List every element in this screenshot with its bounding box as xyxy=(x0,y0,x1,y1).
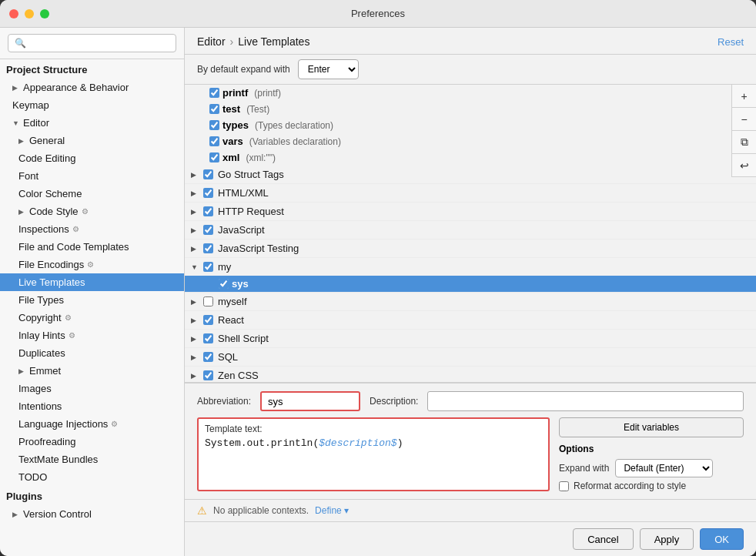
cancel-button[interactable]: Cancel xyxy=(573,528,633,550)
sidebar-item-images[interactable]: Images xyxy=(0,380,184,397)
sidebar-item-todo[interactable]: TODO xyxy=(0,468,184,486)
template-item-sys[interactable]: sys xyxy=(185,276,756,292)
sidebar-label: Project Structure xyxy=(6,64,87,75)
settings-icon: ⚙ xyxy=(72,225,79,233)
template-item-types[interactable]: types (Types declaration) xyxy=(185,117,756,133)
group-header-zen-css[interactable]: ▶ Zen CSS xyxy=(185,367,756,383)
printf-checkbox[interactable] xyxy=(209,88,219,98)
sidebar-item-file-code-templates[interactable]: File and Code Templates xyxy=(0,238,184,256)
sidebar-item-language-injections[interactable]: Language Injections ⚙ xyxy=(0,415,184,433)
chevron-right-icon: ▶ xyxy=(191,372,200,380)
description-input[interactable] xyxy=(427,391,744,411)
shell-script-checkbox[interactable] xyxy=(203,333,213,343)
types-checkbox[interactable] xyxy=(209,120,219,130)
sidebar-label: Appearance & Behavior xyxy=(23,82,129,93)
sidebar-label: File and Code Templates xyxy=(18,241,129,253)
sidebar-item-file-types[interactable]: File Types xyxy=(0,291,184,309)
sidebar-item-keymap[interactable]: Keymap xyxy=(0,96,184,114)
template-item-xml[interactable]: xml (xml:"") xyxy=(185,149,756,166)
template-item-printf[interactable]: printf (printf) xyxy=(185,85,756,101)
template-item-vars[interactable]: vars (Variables declaration) xyxy=(185,133,756,149)
edit-variables-button[interactable]: Edit variables xyxy=(559,417,744,437)
template-text-content[interactable]: System.out.println($description$) xyxy=(205,437,542,465)
test-checkbox[interactable] xyxy=(209,104,219,114)
template-item-test[interactable]: test (Test) xyxy=(185,101,756,117)
abbreviation-input[interactable] xyxy=(260,391,360,411)
template-text-box: Template text: System.out.println($descr… xyxy=(197,417,550,491)
sidebar-item-duplicates[interactable]: Duplicates xyxy=(0,344,184,362)
sys-checkbox[interactable] xyxy=(219,279,229,289)
group-header-my[interactable]: ▼ my xyxy=(185,258,756,276)
sidebar-item-emmet[interactable]: ▶ Emmet xyxy=(0,362,184,380)
sidebar-item-intentions[interactable]: Intentions xyxy=(0,397,184,415)
javascript-checkbox[interactable] xyxy=(203,225,213,235)
window-controls xyxy=(9,9,49,18)
sidebar-item-file-encodings[interactable]: File Encodings ⚙ xyxy=(0,256,184,273)
expand-with-select[interactable]: Default (Enter) xyxy=(615,459,713,477)
vars-checkbox[interactable] xyxy=(209,136,219,146)
javascript-testing-checkbox[interactable] xyxy=(203,243,213,253)
abbreviation-label: Abbreviation: xyxy=(197,396,251,407)
breadcrumb: Editor › Live Templates xyxy=(197,35,309,48)
sidebar-item-inlay-hints[interactable]: Inlay Hints ⚙ xyxy=(0,327,184,344)
add-button[interactable]: + xyxy=(732,85,756,108)
group-header-javascript-testing[interactable]: ▶ JavaScript Testing xyxy=(185,239,756,257)
sidebar-item-textmate-bundles[interactable]: TextMate Bundles xyxy=(0,450,184,468)
my-checkbox[interactable] xyxy=(203,262,213,272)
remove-button[interactable]: − xyxy=(732,108,756,131)
define-link[interactable]: Define ▾ xyxy=(315,505,349,516)
sidebar-item-general[interactable]: ▶ General xyxy=(0,132,184,149)
sidebar-item-version-control[interactable]: ▶ Version Control xyxy=(0,505,184,523)
sidebar-item-appearance-behavior[interactable]: ▶ Appearance & Behavior xyxy=(0,79,184,96)
close-button[interactable] xyxy=(9,9,18,18)
breadcrumb-parent: Editor xyxy=(197,35,226,48)
maximize-button[interactable] xyxy=(40,9,49,18)
group-zen-css: ▶ Zen CSS xyxy=(185,367,756,383)
group-header-html-xml[interactable]: ▶ HTML/XML xyxy=(185,184,756,202)
sidebar-label: Copyright xyxy=(18,312,62,323)
sidebar-item-project-structure[interactable]: Project Structure xyxy=(0,61,184,79)
sidebar-item-plugins[interactable]: Plugins xyxy=(0,487,184,505)
group-header-http-request[interactable]: ▶ HTTP Request xyxy=(185,203,756,220)
chevron-right-icon: ▶ xyxy=(12,511,20,518)
chevron-right-icon: ▶ xyxy=(191,353,200,361)
group-header-shell-script[interactable]: ▶ Shell Script xyxy=(185,330,756,347)
undo-button[interactable]: ↩ xyxy=(732,154,756,177)
search-input[interactable] xyxy=(8,34,176,52)
reset-link[interactable]: Reset xyxy=(718,36,744,48)
sidebar-item-editor[interactable]: ▼ Editor xyxy=(0,114,184,132)
http-request-checkbox[interactable] xyxy=(203,206,213,216)
sql-checkbox[interactable] xyxy=(203,352,213,362)
group-header-sql[interactable]: ▶ SQL xyxy=(185,348,756,366)
sidebar-label: Code Editing xyxy=(18,152,75,164)
react-checkbox[interactable] xyxy=(203,315,213,325)
expand-with-select[interactable]: Enter xyxy=(298,59,359,79)
myself-checkbox[interactable] xyxy=(203,296,213,306)
sidebar-item-live-templates[interactable]: Live Templates xyxy=(0,273,184,291)
reformat-checkbox[interactable] xyxy=(559,481,569,491)
sidebar-item-proofreading[interactable]: Proofreading xyxy=(0,433,184,450)
template-text-label: Template text: xyxy=(205,424,542,434)
zen-css-checkbox[interactable] xyxy=(203,370,213,380)
sidebar-item-copyright[interactable]: Copyright ⚙ xyxy=(0,309,184,327)
minimize-button[interactable] xyxy=(25,9,34,18)
group-name-sql: SQL xyxy=(218,351,238,363)
sidebar-item-color-scheme[interactable]: Color Scheme xyxy=(0,185,184,203)
sidebar-item-code-editing[interactable]: Code Editing xyxy=(0,149,184,167)
group-header-react[interactable]: ▶ React xyxy=(185,311,756,329)
html-xml-checkbox[interactable] xyxy=(203,188,213,198)
ok-button[interactable]: OK xyxy=(700,528,744,550)
sidebar-item-font[interactable]: Font xyxy=(0,167,184,185)
xml-checkbox[interactable] xyxy=(209,152,219,162)
group-header-javascript[interactable]: ▶ JavaScript xyxy=(185,221,756,239)
apply-button[interactable]: Apply xyxy=(640,528,694,550)
item-name-vars: vars xyxy=(222,136,243,147)
group-header-go-struct-tags[interactable]: ▶ Go Struct Tags xyxy=(185,166,756,183)
copy-button[interactable]: ⧉ xyxy=(732,131,756,154)
sidebar-item-inspections[interactable]: Inspections ⚙ xyxy=(0,220,184,238)
sidebar-item-code-style[interactable]: ▶ Code Style ⚙ xyxy=(0,203,184,220)
sidebar-label: Images xyxy=(18,383,52,394)
group-header-myself[interactable]: ▶ myself xyxy=(185,293,756,310)
go-struct-tags-checkbox[interactable] xyxy=(203,169,213,179)
group-name-zen-css: Zen CSS xyxy=(218,370,259,381)
